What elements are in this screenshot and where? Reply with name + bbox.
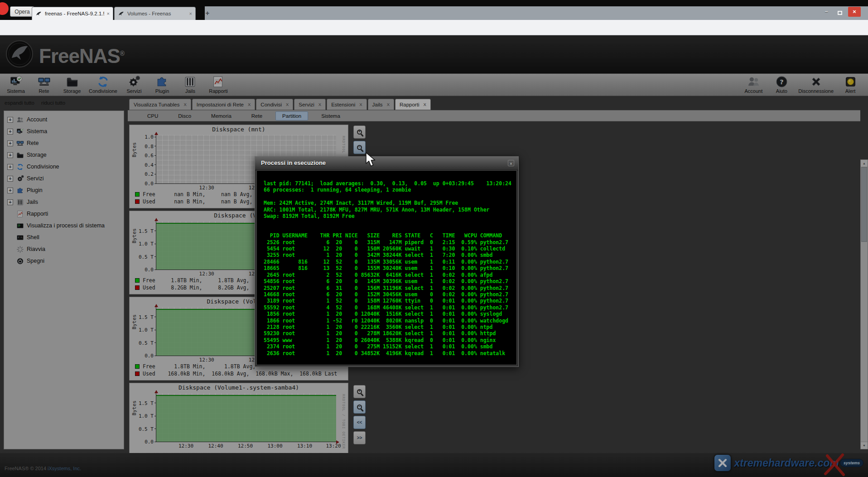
running-processes-dialog: Processi in esecuzione × last pid: 77141… — [255, 156, 519, 367]
new-tab-button[interactable]: + — [202, 8, 213, 18]
opera-menu-button[interactable]: Opera — [10, 6, 34, 17]
terminal-output-area: last pid: 77141; load averages: 0.30, 0.… — [256, 170, 517, 365]
top-output-text: last pid: 77141; load averages: 0.30, 0.… — [257, 171, 516, 357]
dialog-title: Processi in esecuzione — [261, 159, 326, 166]
opera-logo-icon — [0, 2, 9, 15]
tab-title: freenas - FreeNAS-9.2.1.5- — [45, 11, 104, 16]
dialog-close-icon[interactable]: × — [508, 160, 514, 166]
tab-close-icon[interactable]: × — [189, 11, 192, 16]
freenas-favicon-icon — [118, 10, 125, 17]
dialog-titlebar[interactable]: Processi in esecuzione × — [255, 157, 518, 170]
mouse-cursor — [365, 152, 377, 168]
tab-strip-background — [205, 6, 868, 20]
tab-close-icon[interactable]: × — [107, 11, 110, 16]
maximize-icon — [838, 11, 842, 15]
browser-tab-freenas-freenas-9-2-1-5[interactable]: freenas - FreeNAS-9.2.1.5-× — [32, 7, 113, 20]
freenas-page: FreeNAS® SistemaReteStorageCondivisioneS… — [0, 35, 868, 477]
screen: Opera freenas - FreeNAS-9.2.1.5-×Volumes… — [0, 0, 868, 477]
window-maximize-button[interactable] — [834, 8, 845, 16]
tab-title: Volumes - Freenas — [127, 11, 187, 16]
freenas-favicon-icon — [35, 10, 42, 17]
window-minimize-button[interactable]: – — [821, 8, 832, 16]
browser-tab-strip: Opera freenas - FreeNAS-9.2.1.5-×Volumes… — [0, 0, 868, 20]
browser-tab-volumes-freenas[interactable]: Volumes - Freenas× — [114, 7, 196, 20]
window-close-button[interactable]: × — [848, 7, 861, 17]
browser-address-bar: ← → ↻ 192.168.0.103 ♥ — [0, 20, 868, 35]
